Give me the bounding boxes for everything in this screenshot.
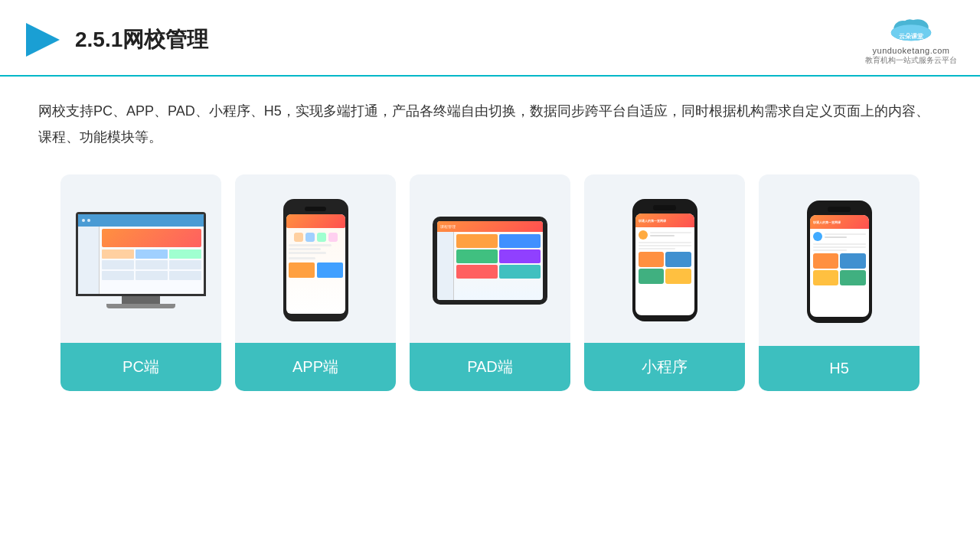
card-image-mini: 职通人的第一堂网课 bbox=[584, 174, 745, 343]
logo-area: 云朵课堂 yunduoketang.com 教育机构一站式服务云平台 bbox=[865, 14, 957, 66]
mini-phone-body: 职通人的第一堂网课 bbox=[632, 199, 697, 321]
phone-mock bbox=[283, 199, 348, 321]
header-left: 2.5.1网校管理 bbox=[23, 20, 208, 60]
card-label-h5: H5 bbox=[759, 346, 920, 391]
card-image-h5: 职通人的第一堂网课 bbox=[759, 174, 920, 346]
svg-text:云朵课堂: 云朵课堂 bbox=[899, 33, 924, 40]
page-header: 2.5.1网校管理 云朵课堂 yunduoketang.com 教育机构一站式服… bbox=[0, 0, 980, 77]
tablet-mock: 课程管理 bbox=[433, 217, 547, 305]
play-icon bbox=[23, 20, 63, 60]
card-pad: 课程管理 bbox=[410, 174, 570, 391]
pc-mock bbox=[76, 212, 206, 308]
description-text: 网校支持PC、APP、PAD、小程序、H5，实现多端打通，产品各终端自由切换，数… bbox=[38, 98, 942, 150]
card-label-mini: 小程序 bbox=[584, 343, 745, 391]
mini-phone-mock: 职通人的第一堂网课 bbox=[632, 199, 697, 321]
card-h5: 职通人的第一堂网课 bbox=[759, 174, 920, 391]
card-image-pc bbox=[60, 174, 221, 343]
tablet-body: 课程管理 bbox=[433, 217, 547, 305]
logo-url: yunduoketang.com bbox=[873, 46, 950, 55]
cards-container: PC端 bbox=[38, 174, 942, 391]
card-label-app: APP端 bbox=[235, 343, 396, 391]
pc-screen bbox=[76, 212, 206, 296]
svg-marker-0 bbox=[26, 23, 60, 57]
card-label-pc: PC端 bbox=[60, 343, 221, 391]
card-image-pad: 课程管理 bbox=[410, 174, 570, 343]
logo-icon: 云朵课堂 bbox=[884, 14, 938, 44]
card-app: APP端 bbox=[235, 174, 396, 391]
phone-body bbox=[283, 199, 348, 321]
main-content: 网校支持PC、APP、PAD、小程序、H5，实现多端打通，产品各终端自由切换，数… bbox=[0, 77, 980, 406]
card-pc: PC端 bbox=[60, 174, 221, 391]
h5-phone-mock: 职通人的第一堂网课 bbox=[807, 201, 872, 323]
card-image-app bbox=[235, 174, 396, 343]
card-label-pad: PAD端 bbox=[410, 343, 570, 391]
logo-tagline: 教育机构一站式服务云平台 bbox=[865, 55, 957, 66]
h5-phone-body: 职通人的第一堂网课 bbox=[807, 201, 872, 323]
card-mini: 职通人的第一堂网课 bbox=[584, 174, 745, 391]
page-title: 2.5.1网校管理 bbox=[75, 25, 208, 54]
